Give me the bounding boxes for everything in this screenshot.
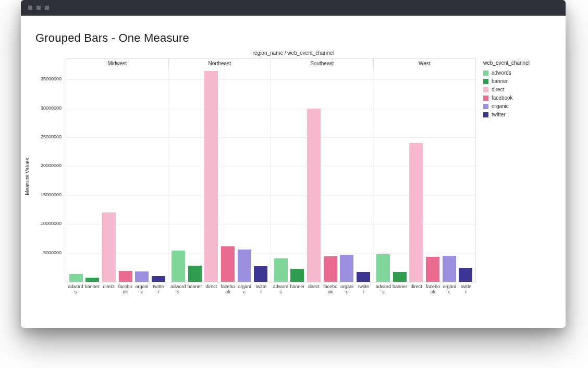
x-tick: banner xyxy=(187,282,203,294)
window-dot-1 xyxy=(28,6,32,10)
x-tick: adwords xyxy=(273,282,289,294)
bar[interactable] xyxy=(135,271,149,282)
bar-slot xyxy=(375,254,392,282)
bar[interactable] xyxy=(307,109,321,282)
group-headers: MidwestNortheastSoutheastWest xyxy=(66,58,476,68)
x-tick: twitter xyxy=(355,282,372,294)
bar[interactable] xyxy=(443,256,456,282)
bar-slot xyxy=(68,274,84,282)
legend-item[interactable]: facebook xyxy=(483,94,551,102)
window-dot-3 xyxy=(45,6,49,10)
bar-group xyxy=(169,68,272,282)
bar-slot xyxy=(187,266,203,282)
legend-swatch xyxy=(483,70,488,76)
bar[interactable] xyxy=(409,143,423,282)
x-tick: twitter xyxy=(150,282,167,294)
bar[interactable] xyxy=(85,278,99,282)
group-header: Southeast xyxy=(271,58,374,68)
window-dot-2 xyxy=(36,6,41,10)
x-axis-group: adwordsbannerdirectfacebookorganictwitte… xyxy=(66,282,168,294)
y-tick: 5000000 xyxy=(43,250,62,255)
x-tick: facebook xyxy=(117,282,133,294)
legend-swatch xyxy=(483,79,488,84)
legend-label: organic xyxy=(492,102,509,111)
legend-item[interactable]: banner xyxy=(483,77,551,86)
bar-slot xyxy=(457,268,474,282)
bar[interactable] xyxy=(172,251,185,282)
legend-label: twitter xyxy=(492,111,506,119)
x-tick: banner xyxy=(84,282,101,294)
x-tick: twitter xyxy=(253,282,270,294)
bar[interactable] xyxy=(238,250,251,282)
bar[interactable] xyxy=(459,268,472,282)
x-tick: organic xyxy=(339,282,356,294)
x-axis-group: adwordsbannerdirectfacebookorganictwitte… xyxy=(271,282,374,294)
legend: web_event_channel adwordsbannerdirectfac… xyxy=(476,58,551,294)
bar[interactable] xyxy=(426,257,439,282)
x-tick: twitter xyxy=(458,282,474,294)
y-axis: Measure Values 5000000100000001500000020… xyxy=(35,58,66,294)
bar-slot xyxy=(133,271,150,282)
chart-facet-title: region_name / web_event_channel xyxy=(35,50,551,56)
legend-swatch xyxy=(483,87,488,92)
chart: Measure Values 5000000100000001500000020… xyxy=(35,58,551,294)
bar-slot xyxy=(305,109,322,282)
y-tick: 30000000 xyxy=(41,105,62,111)
legend-item[interactable]: adwords xyxy=(483,69,551,77)
bar[interactable] xyxy=(102,212,116,282)
bar[interactable] xyxy=(290,269,304,282)
x-tick: facebook xyxy=(219,282,236,294)
bar[interactable] xyxy=(188,266,202,282)
legend-swatch xyxy=(483,104,488,109)
bar[interactable] xyxy=(69,274,83,282)
x-tick: direct xyxy=(101,282,117,294)
bar-slot xyxy=(219,246,236,282)
bar-slot xyxy=(170,251,187,282)
x-tick: banner xyxy=(391,282,408,294)
bar[interactable] xyxy=(324,256,337,282)
bar[interactable] xyxy=(340,255,353,282)
bar[interactable] xyxy=(376,254,390,282)
legend-label: direct xyxy=(492,86,504,94)
bar-slot xyxy=(117,271,134,282)
group-header: West xyxy=(374,58,476,68)
x-axis-group: adwordsbannerdirectfacebookorganictwitte… xyxy=(168,282,271,294)
bar-slot xyxy=(391,272,408,282)
legend-label: adwords xyxy=(492,69,511,77)
x-tick: organic xyxy=(133,282,150,294)
bar-slot xyxy=(252,266,269,282)
window-titlebar xyxy=(21,0,566,16)
bar[interactable] xyxy=(274,258,288,282)
y-axis-label: Measure Values xyxy=(24,158,30,195)
bar[interactable] xyxy=(152,276,165,282)
bar-group xyxy=(271,68,374,282)
y-tick: 10000000 xyxy=(41,221,62,226)
app-window: Grouped Bars - One Measure region_name /… xyxy=(21,0,566,328)
bar[interactable] xyxy=(221,246,235,282)
legend-swatch xyxy=(483,96,488,101)
bar-slot xyxy=(355,272,372,282)
bar[interactable] xyxy=(204,71,218,282)
bar[interactable] xyxy=(393,272,407,282)
x-axis-ticks: adwordsbannerdirectfacebookorganictwitte… xyxy=(66,282,476,294)
bar-slot xyxy=(273,258,289,282)
bar[interactable] xyxy=(357,272,370,282)
bar[interactable] xyxy=(254,266,267,282)
group-header: Northeast xyxy=(169,58,272,68)
y-tick: 20000000 xyxy=(41,163,62,168)
bar-group xyxy=(374,68,476,282)
legend-item[interactable]: organic xyxy=(483,102,551,111)
bar[interactable] xyxy=(119,271,132,282)
y-tick: 25000000 xyxy=(41,134,62,139)
legend-item[interactable]: direct xyxy=(483,86,551,94)
x-tick: direct xyxy=(408,282,425,294)
legend-item[interactable]: twitter xyxy=(483,111,551,119)
x-tick: direct xyxy=(203,282,219,294)
x-tick: adwords xyxy=(67,282,84,294)
bar-slot xyxy=(322,256,339,282)
bar-slot xyxy=(150,276,167,282)
y-tick: 15000000 xyxy=(41,192,62,197)
bar-slot xyxy=(236,250,253,282)
bar-slot xyxy=(338,255,355,282)
bar-slot xyxy=(84,278,101,282)
